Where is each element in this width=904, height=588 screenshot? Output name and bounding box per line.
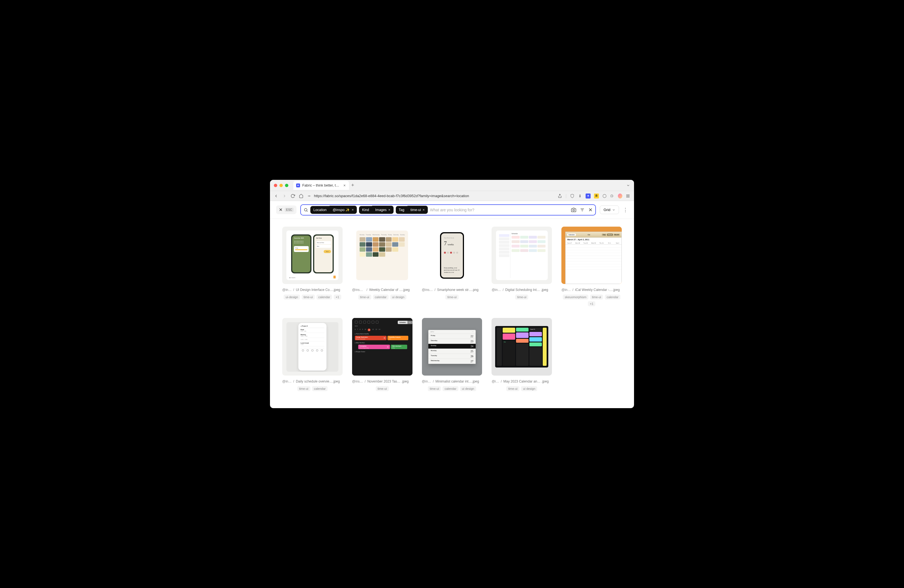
- traffic-lights: [274, 184, 288, 187]
- reload-button[interactable]: [291, 194, 295, 198]
- chip-remove-icon[interactable]: ×: [351, 208, 354, 212]
- card-meta: @in…/ UI Design Interface Co….jpeg: [282, 288, 343, 292]
- tag[interactable]: time-ui: [376, 386, 389, 391]
- tag[interactable]: ui-design: [284, 294, 300, 300]
- tag[interactable]: time-ui: [590, 294, 603, 300]
- result-card[interactable]: Schedule @in…/Digital Scheduling I: [492, 227, 552, 306]
- window-minimize[interactable]: [280, 184, 283, 187]
- tag[interactable]: time-ui: [515, 294, 528, 300]
- back-button[interactable]: [274, 194, 278, 198]
- card-tags: time-ui calendar ui design: [352, 294, 412, 300]
- tag[interactable]: time-ui: [445, 294, 458, 300]
- card-tags: time-ui ui design: [492, 386, 552, 391]
- forward-button[interactable]: [282, 194, 287, 198]
- thumbnail[interactable]: MondayTuesdayWednesdayThursdayFridaySatu…: [352, 227, 412, 284]
- shield-icon[interactable]: [570, 194, 574, 198]
- card-tags: time-ui: [492, 294, 552, 300]
- tag[interactable]: ui design: [521, 386, 537, 391]
- results-area: December 2023 Today Add Note Date and Ti…: [270, 219, 634, 408]
- tag[interactable]: +1: [334, 294, 341, 300]
- thumbnail[interactable]: CalendarsiCalDayWeekMonth March 27 – Apr…: [561, 227, 622, 284]
- tag[interactable]: time-ui: [297, 386, 310, 391]
- result-card[interactable]: ScheduleTea NOV 67891011121314 ▸ Pierre-…: [352, 318, 412, 391]
- result-card[interactable]: ◉ New⋯ Friday22 Saturday23 Sunday24 Mond…: [422, 318, 482, 391]
- tag[interactable]: time-ui: [358, 294, 371, 300]
- card-tags: time-ui: [422, 294, 482, 300]
- tab-title: Fabric – think better, togethe: [302, 183, 341, 187]
- card-tags: ui-design time-ui calendar +1: [282, 294, 343, 300]
- result-card[interactable]: ● Project X Read9:00 – 9:30 Meeting10:00…: [282, 318, 343, 391]
- result-card[interactable]: MondayTuesdayWednesdayThursdayFridaySatu…: [352, 227, 412, 306]
- tabs-overflow-icon[interactable]: [626, 183, 630, 187]
- thumbnail[interactable]: December 2023 Today Add Note Date and Ti…: [282, 227, 343, 284]
- tag[interactable]: calendar: [312, 386, 327, 391]
- share-icon[interactable]: [558, 194, 562, 198]
- chip-group-tag: Tag time-ui×: [396, 206, 428, 214]
- chip-remove-icon[interactable]: ×: [388, 208, 390, 212]
- tag[interactable]: time-ui: [302, 294, 315, 300]
- result-card[interactable]: 73% Urgent To: [492, 318, 552, 391]
- chip-tag-kind[interactable]: Tag: [396, 206, 408, 214]
- chip-kind-value[interactable]: Images×: [372, 206, 394, 214]
- filter-icon[interactable]: [580, 208, 585, 212]
- tab-close-icon[interactable]: ×: [343, 183, 346, 188]
- tag[interactable]: +1: [588, 301, 595, 306]
- search-input[interactable]: [430, 208, 569, 212]
- profile-icon[interactable]: [618, 194, 622, 198]
- tag[interactable]: time-ui: [428, 386, 441, 391]
- esc-badge: ESC: [285, 208, 294, 212]
- browser-tab[interactable]: ✦ Fabric – think better, togethe ×: [293, 181, 349, 190]
- menu-icon[interactable]: [626, 194, 630, 198]
- window-close[interactable]: [274, 184, 277, 187]
- result-card[interactable]: CalendarsiCalDayWeekMonth March 27 – Apr…: [561, 227, 622, 306]
- view-toggle[interactable]: Grid: [600, 205, 619, 214]
- clear-icon[interactable]: ✕: [588, 207, 593, 213]
- puzzle-icon[interactable]: [610, 194, 615, 198]
- home-button[interactable]: [299, 194, 303, 198]
- chip-group-kind: Kind Images×: [359, 206, 394, 214]
- search-box[interactable]: Location @inspo ✨× Kind Images× Tag time…: [300, 204, 596, 215]
- chip-kind-kind[interactable]: Kind: [359, 206, 372, 214]
- results-grid: December 2023 Today Add Note Date and Ti…: [282, 227, 622, 391]
- chip-remove-icon[interactable]: ×: [422, 208, 425, 212]
- chip-location-value[interactable]: @inspo ✨×: [330, 206, 357, 214]
- thumbnail[interactable]: ◉ New⋯ Friday22 Saturday23 Sunday24 Mond…: [422, 318, 482, 375]
- chip-tag-value[interactable]: time-ui×: [408, 206, 428, 214]
- tag[interactable]: calendar: [373, 294, 389, 300]
- ext-icon-1[interactable]: ✦: [586, 193, 591, 199]
- tag[interactable]: time-ui: [506, 386, 519, 391]
- download-icon[interactable]: ⬇: [578, 194, 582, 198]
- tag[interactable]: ui design: [460, 386, 476, 391]
- svg-point-8: [305, 208, 307, 211]
- card-meta: @in…/iCal Weekly Calendar -….jpeg: [561, 288, 622, 292]
- tag[interactable]: skeuomorphism: [563, 294, 588, 300]
- tag[interactable]: calendar: [316, 294, 332, 300]
- chip-location-kind[interactable]: Location: [310, 206, 330, 214]
- close-search-button[interactable]: ✕ ESC: [276, 205, 296, 214]
- search-right-icons: ✕: [571, 207, 593, 213]
- app-bar: ✕ ESC Location @inspo ✨× Kind Images× Ta…: [270, 201, 634, 219]
- card-meta: @insp…/Weekly Calendar of ….jpeg: [352, 288, 412, 292]
- camera-icon[interactable]: [571, 207, 576, 212]
- site-settings-icon[interactable]: [307, 194, 311, 198]
- thumbnail[interactable]: Schedule: [492, 227, 552, 284]
- new-tab-button[interactable]: +: [351, 182, 354, 188]
- browser-toolbar: https://fabric.so/spaces/f1da2e68-e884-4…: [270, 191, 634, 201]
- result-card[interactable]: Your Week Streak 7weeks Keep pushing, yo…: [422, 227, 482, 306]
- ext-icon-3[interactable]: [602, 194, 607, 198]
- address-bar[interactable]: https://fabric.so/spaces/f1da2e68-e884-4…: [307, 194, 554, 198]
- thumbnail[interactable]: 73% Urgent To: [492, 318, 552, 375]
- titlebar: ✦ Fabric – think better, togethe × +: [270, 180, 634, 191]
- tag[interactable]: ui design: [390, 294, 406, 300]
- tag[interactable]: calendar: [443, 386, 458, 391]
- card-tags: skeuomorphism time-ui calendar +1: [561, 294, 622, 306]
- thumbnail[interactable]: ● Project X Read9:00 – 9:30 Meeting10:00…: [282, 318, 343, 375]
- more-menu-icon[interactable]: ⋮: [623, 207, 628, 213]
- thumbnail[interactable]: Your Week Streak 7weeks Keep pushing, yo…: [422, 227, 482, 284]
- ext-icon-2[interactable]: R: [594, 193, 599, 199]
- svg-point-10: [573, 209, 574, 211]
- result-card[interactable]: December 2023 Today Add Note Date and Ti…: [282, 227, 343, 306]
- tag[interactable]: calendar: [605, 294, 620, 300]
- thumbnail[interactable]: ScheduleTea NOV 67891011121314 ▸ Pierre-…: [352, 318, 412, 375]
- window-maximize[interactable]: [285, 184, 288, 187]
